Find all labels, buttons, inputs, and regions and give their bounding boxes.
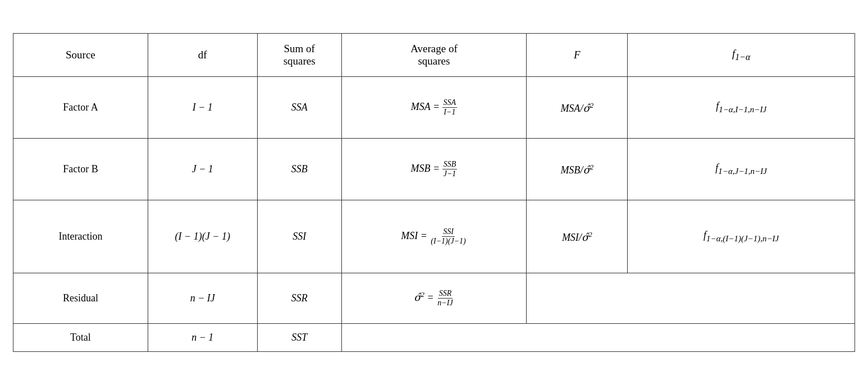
header-f: F — [527, 34, 628, 77]
anova-table-container: Source df Sum ofsquares Average ofsquare… — [13, 33, 855, 352]
row-total: Total n − 1 SST — [13, 324, 855, 352]
f-factor-a: MSA/σ̂2 — [527, 77, 628, 139]
header-ms: Average ofsquares — [341, 34, 527, 77]
ms-factor-a: MSA = SSA I−1 — [341, 77, 527, 139]
ss-residual: SSR — [257, 273, 341, 324]
row-factor-b: Factor B J − 1 SSB MSB = SSB J−1 MSB/σ̂2… — [13, 139, 855, 200]
ss-interaction: SSI — [257, 200, 341, 273]
df-interaction: (I − 1)(J − 1) — [148, 200, 257, 273]
fcrit-factor-a: f1−α,I−1,n−IJ — [628, 77, 855, 139]
header-source: Source — [13, 34, 148, 77]
ms-total — [341, 324, 527, 352]
header-fcrit: f1−α — [628, 34, 855, 77]
ms-factor-b: MSB = SSB J−1 — [341, 139, 527, 200]
ss-total: SST — [257, 324, 341, 352]
f-total — [527, 324, 628, 352]
ms-residual: σ̂2 = SSR n−IJ — [341, 273, 527, 324]
header-ss: Sum ofsquares — [257, 34, 341, 77]
row-interaction: Interaction (I − 1)(J − 1) SSI MSI = SSI… — [13, 200, 855, 273]
fcrit-interaction: f1−α,(I−1)(J−1),n−IJ — [628, 200, 855, 273]
df-residual: n − IJ — [148, 273, 257, 324]
fcrit-residual — [628, 273, 855, 324]
source-total: Total — [13, 324, 148, 352]
f-interaction: MSI/σ̂2 — [527, 200, 628, 273]
df-factor-a: I − 1 — [148, 77, 257, 139]
source-factor-a: Factor A — [13, 77, 148, 139]
ss-factor-b: SSB — [257, 139, 341, 200]
source-factor-b: Factor B — [13, 139, 148, 200]
header-row: Source df Sum ofsquares Average ofsquare… — [13, 34, 855, 77]
f-residual — [527, 273, 628, 324]
anova-table: Source df Sum ofsquares Average ofsquare… — [13, 33, 855, 352]
fcrit-total — [628, 324, 855, 352]
df-factor-b: J − 1 — [148, 139, 257, 200]
ss-factor-a: SSA — [257, 77, 341, 139]
row-factor-a: Factor A I − 1 SSA MSA = SSA I−1 MSA/σ̂2… — [13, 77, 855, 139]
header-df: df — [148, 34, 257, 77]
source-interaction: Interaction — [13, 200, 148, 273]
ms-interaction: MSI = SSI (I−1)(J−1) — [341, 200, 527, 273]
f-factor-b: MSB/σ̂2 — [527, 139, 628, 200]
fcrit-factor-b: f1−α,J−1,n−IJ — [628, 139, 855, 200]
df-total: n − 1 — [148, 324, 257, 352]
source-residual: Residual — [13, 273, 148, 324]
row-residual: Residual n − IJ SSR σ̂2 = SSR n−IJ — [13, 273, 855, 324]
